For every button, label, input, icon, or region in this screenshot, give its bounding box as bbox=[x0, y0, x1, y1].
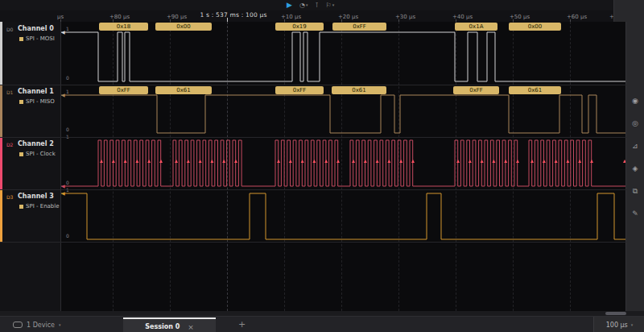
clock-sample-marker bbox=[135, 160, 138, 163]
channel-gutter: D0 Channel 0 SPI - MOSI D1 Channel 1 SPI… bbox=[0, 22, 61, 311]
spi-byte-annotation: 0x61 bbox=[155, 86, 212, 94]
channel-color-strip bbox=[0, 22, 2, 85]
clock-sample-marker bbox=[222, 160, 225, 163]
tab-close-icon[interactable]: × bbox=[188, 323, 194, 331]
timer-button[interactable]: ◔▾ bbox=[299, 0, 308, 10]
device-label: 1 Device bbox=[27, 322, 55, 329]
spi-byte-annotation: 0x1A bbox=[455, 23, 497, 31]
notes-icon[interactable]: ✎ bbox=[626, 210, 644, 218]
clock-sample-marker bbox=[147, 160, 151, 163]
clock-sample-marker bbox=[234, 160, 237, 163]
clock-sample-marker bbox=[399, 160, 402, 163]
time-ruler[interactable]: 1 s : 537 ms : 100 μs μs+80 μs+90 μs+10 … bbox=[0, 10, 644, 23]
channel-color-strip bbox=[0, 189, 2, 242]
zoom-level-label: 100 μs bbox=[606, 322, 628, 329]
wave-start-arrow: ◀ bbox=[61, 30, 65, 35]
clock-sample-marker bbox=[324, 160, 328, 163]
channel-name: Channel 3 bbox=[18, 193, 54, 200]
add-session-button[interactable]: + bbox=[238, 317, 246, 332]
timer-icon: ◔ bbox=[299, 0, 305, 10]
play-button[interactable]: ▶ bbox=[287, 0, 292, 10]
channel-name: Channel 2 bbox=[18, 140, 54, 147]
device-selector[interactable]: 1 Device ▾ bbox=[13, 317, 61, 332]
visibility-icon[interactable]: ◉ bbox=[626, 97, 644, 105]
clock-sample-marker bbox=[336, 160, 340, 163]
channel-id: D3 bbox=[6, 194, 13, 200]
clock-sample-marker bbox=[199, 160, 202, 163]
clock-sample-marker bbox=[469, 160, 472, 163]
clock-sample-marker bbox=[492, 160, 495, 163]
waveform-viewport[interactable]: 0x180x000x190xFF0x1A0x0010◀0xFF0x610xFF0… bbox=[60, 22, 626, 311]
zoom-level-selector[interactable]: 100 μs ▾ bbox=[593, 317, 644, 332]
analyzer-label: SPI - Enable bbox=[26, 203, 60, 210]
channel-color-strip bbox=[0, 137, 2, 189]
wave-start-arrow: ◀ bbox=[61, 93, 65, 98]
wave-start-arrow: ◀ bbox=[61, 184, 65, 189]
clock-sample-marker bbox=[566, 160, 569, 163]
bottom-bar: 1 Device ▾ Session 0 × + 100 μs ▾ bbox=[0, 316, 644, 332]
analyzer-label: SPI - MISO bbox=[26, 98, 55, 105]
clock-sample-marker bbox=[187, 160, 190, 163]
spi-byte-annotation: 0x61 bbox=[509, 86, 561, 94]
target-icon[interactable]: ◎ bbox=[626, 119, 644, 127]
spi-byte-annotation: 0xFF bbox=[275, 86, 324, 94]
wave-d2 bbox=[60, 140, 626, 186]
channel-separator bbox=[0, 85, 626, 85]
channel-row-d0[interactable]: D0 Channel 0 SPI - MOSI bbox=[0, 22, 60, 85]
channel-row-d1[interactable]: D1 Channel 1 SPI - MISO bbox=[0, 85, 60, 137]
spi-byte-annotation: 0x00 bbox=[155, 23, 212, 31]
channel-row-d2[interactable]: D2 Channel 2 SPI - Clock bbox=[0, 137, 60, 189]
clock-sample-marker bbox=[578, 160, 581, 163]
clock-sample-marker bbox=[543, 160, 546, 163]
channel-row-d3[interactable]: D3 Channel 3 SPI - Enable bbox=[0, 189, 60, 242]
copy-icon[interactable]: ⧉ bbox=[626, 187, 644, 196]
clock-sample-marker bbox=[301, 160, 304, 163]
clock-sample-marker bbox=[100, 160, 103, 163]
clock-sample-marker bbox=[387, 160, 390, 163]
level-zero-label: 0 bbox=[66, 127, 69, 132]
analyzer-label: SPI - Clock bbox=[26, 151, 56, 157]
measure-icon: ⊺ bbox=[315, 0, 318, 10]
logic-analyzer-app: ▶ ◔▾ ⊺ ⚐▾ 1 s : 537 ms : 100 μs μs+80 μs… bbox=[0, 0, 644, 332]
top-right-panel bbox=[613, 0, 644, 22]
spi-byte-annotation: 0x00 bbox=[509, 23, 561, 31]
clock-sample-marker bbox=[481, 160, 484, 163]
clock-sample-marker bbox=[277, 160, 280, 163]
channel-name: Channel 0 bbox=[18, 25, 54, 32]
level-zero-label: 0 bbox=[66, 181, 69, 185]
channel-id: D1 bbox=[6, 89, 13, 95]
analyzer-label: SPI - MOSI bbox=[26, 35, 55, 42]
channel-separator bbox=[0, 189, 626, 190]
channel-separator bbox=[0, 137, 626, 138]
analyzer-color-chip bbox=[19, 152, 23, 156]
measure-button[interactable]: ⊺ bbox=[315, 0, 318, 10]
measure-icon[interactable]: ⊿ bbox=[626, 142, 644, 150]
analyzer-color-chip bbox=[19, 205, 23, 209]
clock-sample-marker bbox=[590, 160, 593, 163]
pin-icon[interactable]: ◈ bbox=[626, 164, 644, 172]
spi-byte-annotation: 0x19 bbox=[275, 23, 324, 31]
level-zero-label: 0 bbox=[66, 76, 69, 81]
clock-sample-marker bbox=[456, 160, 460, 163]
wave-start-arrow: ◀ bbox=[61, 191, 65, 196]
clock-sample-marker bbox=[124, 160, 127, 163]
chevron-down-icon: ▾ bbox=[332, 0, 335, 10]
waveform-main: 0x180x000x190xFF0x1A0x0010◀0xFF0x610xFF0… bbox=[0, 22, 644, 311]
channel-color-strip bbox=[0, 85, 2, 137]
clock-sample-marker bbox=[516, 160, 519, 163]
session-tab-label: Session 0 bbox=[145, 323, 180, 330]
clock-sample-marker bbox=[210, 160, 213, 163]
spi-byte-annotation: 0xFF bbox=[332, 23, 386, 31]
channel-id: D2 bbox=[6, 142, 13, 147]
hscroll-thumb[interactable] bbox=[605, 312, 626, 315]
flag-button[interactable]: ⚐▾ bbox=[326, 0, 335, 10]
analyzer-color-chip bbox=[19, 37, 23, 41]
level-one-label: 1 bbox=[66, 89, 69, 94]
clock-sample-marker bbox=[312, 160, 316, 163]
session-tab[interactable]: Session 0 × bbox=[123, 317, 216, 332]
clock-sample-marker bbox=[364, 160, 367, 163]
chevron-down-icon: ▾ bbox=[59, 322, 61, 327]
device-icon bbox=[13, 322, 23, 328]
waveform-canvas bbox=[60, 22, 626, 311]
clock-sample-marker bbox=[159, 160, 163, 163]
